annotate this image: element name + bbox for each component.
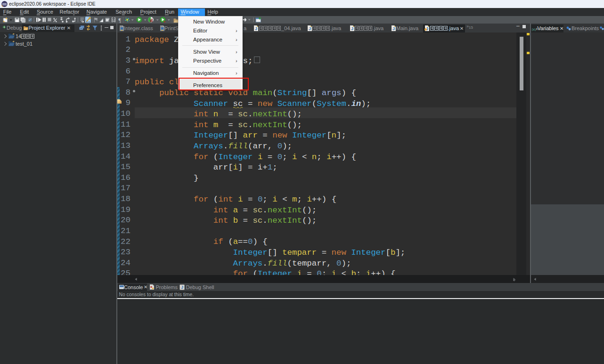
svg-text:(x): (x) — [532, 27, 536, 31]
svg-text:J: J — [309, 26, 311, 31]
svg-text:J: J — [392, 26, 395, 31]
svg-text:J: J — [181, 285, 183, 290]
svg-text:J: J — [255, 26, 257, 31]
svg-text:¶: ¶ — [119, 17, 122, 23]
svg-text:J: J — [351, 26, 353, 31]
